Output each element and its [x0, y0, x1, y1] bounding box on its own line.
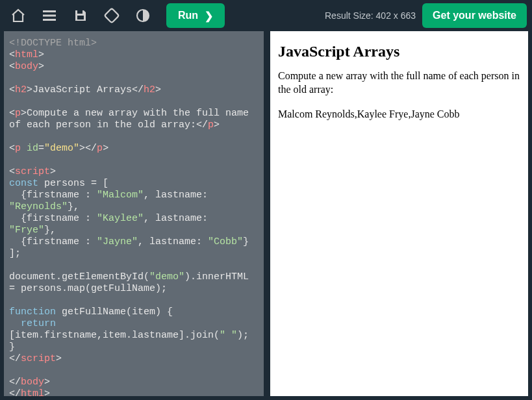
get-website-label: Get your website — [433, 10, 516, 21]
run-button[interactable]: Run ❯ — [166, 3, 225, 28]
svg-rect-4 — [77, 16, 84, 19]
home-icon[interactable] — [3, 0, 34, 31]
panes: <!DOCTYPE html> <html> <body> <h2>JavaSc… — [0, 31, 532, 400]
svg-rect-1 — [43, 15, 56, 17]
svg-rect-2 — [43, 19, 56, 21]
result-heading: JavaScript Arrays — [278, 43, 520, 60]
run-label: Run — [178, 10, 198, 21]
svg-rect-3 — [77, 10, 82, 14]
toolbar: Run ❯ Result Size: 402 x 663 Get your we… — [0, 0, 532, 31]
svg-rect-5 — [105, 8, 120, 23]
svg-rect-0 — [43, 10, 56, 12]
result-size-label: Result Size: 402 x 663 — [325, 10, 416, 21]
rotate-icon[interactable] — [96, 0, 127, 31]
code-content: <!DOCTYPE html> <html> <body> <h2>JavaSc… — [4, 31, 264, 396]
theme-icon[interactable] — [127, 0, 158, 31]
menu-icon[interactable] — [34, 0, 65, 31]
chevron-right-icon: ❯ — [205, 10, 213, 22]
code-editor[interactable]: <!DOCTYPE html> <html> <body> <h2>JavaSc… — [4, 31, 264, 396]
result-output: Malcom Reynolds,Kaylee Frye,Jayne Cobb — [278, 108, 520, 120]
result-pane: JavaScript Arrays Compute a new array wi… — [270, 31, 528, 396]
save-icon[interactable] — [65, 0, 96, 31]
result-desc: Compute a new array with the full name o… — [278, 69, 520, 97]
get-website-button[interactable]: Get your website — [422, 3, 527, 28]
